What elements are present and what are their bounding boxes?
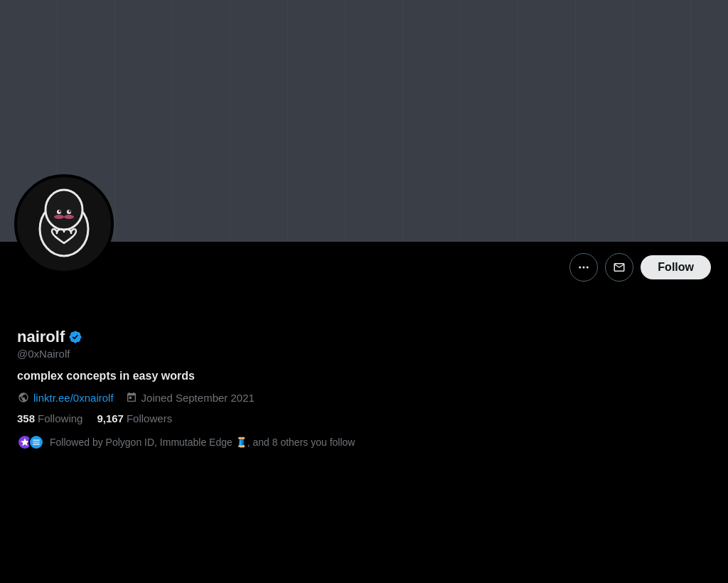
followers-stat[interactable]: 9,167 Followers [97, 412, 172, 424]
svg-point-9 [579, 267, 582, 269]
svg-point-10 [583, 267, 585, 269]
svg-point-4 [64, 215, 74, 219]
avatar [14, 174, 114, 274]
svg-point-7 [59, 210, 61, 213]
svg-point-8 [69, 210, 71, 213]
user-bio: complex concepts in easy words [17, 370, 711, 383]
followers-count: 9,167 [97, 412, 124, 424]
joined-meta: Joined September 2021 [125, 391, 255, 404]
user-info: nairolf @0xNairolf complex concepts in e… [14, 328, 714, 450]
following-label: Following [38, 412, 82, 424]
svg-point-2 [46, 190, 82, 230]
link-meta: linktr.ee/0xnairolf [17, 391, 114, 404]
followed-by-text: Followed by Polygon ID, Immutable Edge 🧵… [50, 437, 355, 448]
joined-text: Joined September 2021 [141, 392, 255, 404]
display-name: nairolf [17, 328, 65, 346]
followers-label: Followers [127, 412, 172, 424]
display-name-row: nairolf [17, 328, 711, 346]
message-button[interactable] [605, 253, 633, 282]
stats-row: 358 Following 9,167 Followers [17, 412, 711, 424]
following-count: 358 [17, 412, 35, 424]
meta-row: linktr.ee/0xnairolf Joined September 202… [17, 391, 711, 404]
link-icon [17, 391, 30, 404]
link-url[interactable]: linktr.ee/0xnairolf [33, 392, 114, 404]
followed-by-row: Followed by Polygon ID, Immutable Edge 🧵… [17, 434, 711, 450]
more-options-button[interactable] [569, 253, 598, 282]
profile-section: Follow nairolf @0xNairolf complex concep… [0, 242, 728, 464]
following-stat[interactable]: 358 Following [17, 412, 82, 424]
followed-avatars [17, 434, 44, 450]
svg-point-11 [587, 267, 589, 269]
svg-point-3 [54, 215, 64, 219]
action-buttons-row: Follow [14, 242, 714, 282]
verified-badge [68, 329, 83, 345]
follow-button[interactable]: Follow [641, 255, 711, 279]
follower-avatar-2 [28, 434, 44, 450]
user-handle: @0xNairolf [17, 348, 711, 360]
calendar-icon [125, 391, 138, 404]
